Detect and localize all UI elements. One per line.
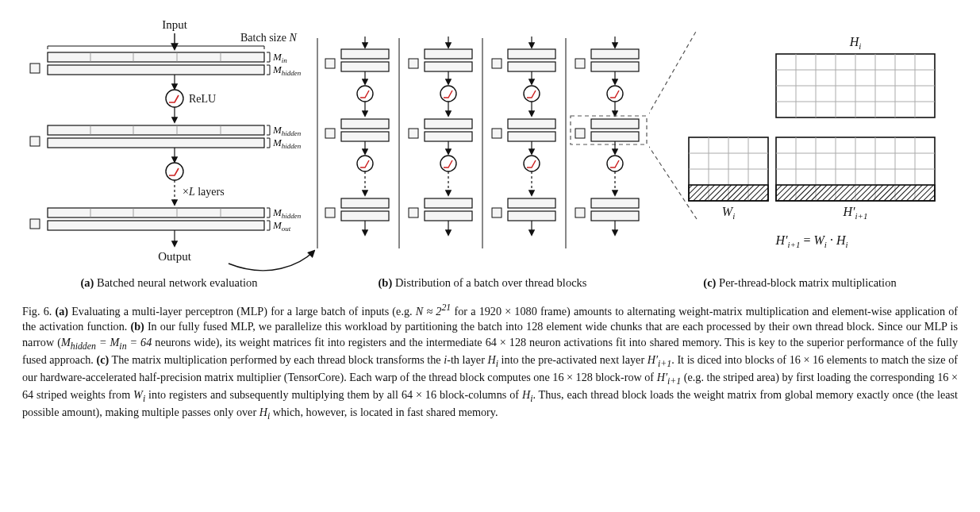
svg-rect-125	[689, 185, 768, 201]
svg-rect-37	[341, 49, 389, 59]
svg-rect-138	[776, 185, 935, 201]
fig-label: Fig. 6.	[22, 305, 52, 318]
caption-c-hip1-b: H′i+1	[657, 371, 682, 383]
svg-point-98	[607, 156, 623, 171]
svg-rect-23	[30, 219, 40, 229]
svg-rect-50	[341, 211, 389, 221]
svg-rect-43	[341, 119, 389, 129]
svg-rect-44	[341, 132, 389, 141]
batch-size-label: Batch size N	[240, 32, 297, 44]
equation: H′i+1 = Wi · Hi	[774, 233, 847, 249]
svg-rect-100	[575, 208, 585, 218]
m-hidden-label-3: Mhidden	[272, 137, 302, 150]
svg-rect-93	[575, 129, 585, 138]
caption-c-1: The matrix multiplication performed by e…	[109, 353, 444, 366]
svg-rect-87	[575, 59, 585, 68]
svg-point-11	[166, 90, 183, 107]
svg-rect-3	[30, 64, 40, 73]
svg-rect-42	[325, 129, 335, 138]
panel-c: Hi Wi	[649, 14, 951, 271]
panel-b	[316, 14, 649, 271]
input-label: Input	[162, 18, 187, 31]
subcaption-c: (c) Per-thread-block matrix multiplicati…	[649, 276, 951, 290]
svg-rect-77	[508, 119, 555, 129]
svg-rect-19	[48, 138, 264, 148]
svg-point-74	[524, 86, 540, 102]
wi-grid	[689, 137, 768, 201]
figure-row: Input Batch size N Min Mhidden	[22, 14, 958, 271]
svg-rect-54	[425, 49, 472, 59]
svg-rect-38	[341, 62, 389, 71]
relu-label: ReLU	[189, 93, 216, 105]
svg-point-80	[524, 156, 540, 171]
subcap-c-bold: (c)	[703, 276, 716, 289]
panel-b-svg	[316, 14, 649, 268]
caption-b-bold: (b)	[130, 320, 144, 333]
panel-c-svg: Hi Wi	[649, 14, 951, 268]
caption-c-hi-c: Hi	[259, 406, 271, 418]
svg-rect-94	[591, 119, 639, 129]
caption-a-exp: 21	[441, 302, 451, 313]
subcaptions-row: (a) Batched neural network evaluation (b…	[22, 276, 958, 290]
svg-rect-82	[492, 208, 502, 218]
subcaption-b: (b) Distribution of a batch over thread …	[316, 276, 649, 290]
hip1-grid	[776, 137, 935, 201]
svg-point-57	[440, 86, 456, 102]
m-hidden-label-4: Mhidden	[272, 206, 302, 220]
svg-rect-84	[508, 211, 555, 221]
hi-label: Hi	[849, 35, 862, 51]
hi-grid	[776, 54, 935, 117]
svg-rect-70	[492, 59, 502, 68]
panel-a: Input Batch size N Min Mhidden	[22, 17, 316, 271]
svg-rect-55	[425, 62, 472, 71]
svg-rect-59	[409, 129, 418, 138]
caption-c-bold: (c)	[96, 353, 109, 366]
caption-c-8: which, however, is located in fast share…	[270, 406, 498, 418]
svg-rect-88	[591, 49, 639, 59]
caption-c-wi: Wi	[133, 388, 145, 401]
svg-rect-78	[508, 132, 555, 141]
svg-rect-4	[48, 52, 264, 62]
caption-c-6: into registers and subsequently multiply…	[145, 388, 522, 401]
figure-caption: Fig. 6. (a) Evaluating a multi-layer per…	[22, 301, 958, 423]
subcaption-a: (a) Batched neural network evaluation	[22, 276, 316, 290]
panel-a-svg: Input Batch size N Min Mhidden	[22, 17, 316, 271]
svg-rect-95	[591, 132, 639, 141]
m-in-label: Min	[272, 51, 287, 64]
svg-rect-83	[508, 198, 555, 208]
svg-rect-24	[48, 208, 264, 218]
output-label: Output	[158, 250, 192, 263]
subcap-a-text: Batched neural network evaluation	[94, 276, 257, 289]
m-hidden-label-2: Mhidden	[272, 124, 302, 137]
svg-rect-49	[341, 198, 389, 208]
svg-rect-72	[508, 62, 555, 71]
svg-line-105	[649, 30, 697, 116]
svg-rect-29	[48, 221, 264, 230]
svg-rect-9	[48, 65, 264, 75]
svg-rect-13	[30, 137, 40, 146]
svg-rect-65	[409, 208, 418, 218]
subcap-b-bold: (b)	[379, 276, 393, 289]
subcap-b-text: Distribution of a batch over thread bloc…	[392, 276, 586, 289]
m-out-label: Mout	[272, 219, 291, 233]
svg-rect-76	[492, 129, 502, 138]
svg-rect-60	[425, 119, 472, 129]
svg-point-21	[166, 163, 183, 180]
svg-point-46	[357, 156, 373, 171]
svg-rect-48	[325, 208, 335, 218]
layers-label: ×L layers	[183, 186, 225, 198]
svg-rect-71	[508, 49, 555, 59]
caption-c-hi: Hi	[487, 353, 498, 366]
caption-b-eq: Mhidden = Min = 64	[61, 336, 152, 348]
caption-c-2: -th layer	[447, 353, 487, 366]
subcap-a-bold: (a)	[80, 276, 94, 289]
m-hidden-label-1: Mhidden	[272, 64, 302, 77]
caption-a-1: Evaluating a multi-layer perceptron (MLP…	[68, 305, 416, 318]
svg-rect-101	[591, 198, 639, 208]
svg-rect-102	[591, 211, 639, 221]
svg-point-63	[440, 156, 456, 171]
caption-c-hip1: H′i+1	[648, 353, 672, 366]
subcap-c-text: Per-thread-block matrix multiplication	[716, 276, 896, 289]
svg-rect-14	[48, 125, 264, 135]
wi-label: Wi	[722, 205, 735, 221]
